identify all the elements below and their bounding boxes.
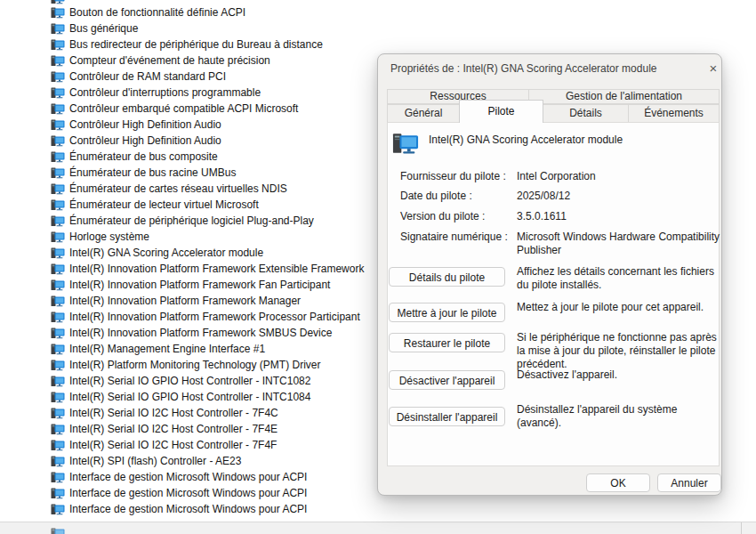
device-icon (51, 215, 65, 227)
device-name: Intel(R) GNA Scoring Accelerator module (429, 134, 623, 146)
device-icon (51, 0, 65, 4)
driver-details-button[interactable]: Détails du pilote (389, 267, 505, 287)
device-icon (51, 440, 65, 451)
device-list-item[interactable]: Bouton de fonctionnalité définie ACPI (51, 4, 513, 20)
device-icon (51, 504, 65, 515)
device-icon (51, 167, 65, 179)
device-label: Énumérateur de cartes réseau virtuelles … (69, 182, 287, 195)
device-icon (51, 295, 65, 307)
device-label: Intel(R) Serial IO I2C Host Controller -… (69, 439, 277, 451)
close-icon[interactable]: × (704, 60, 722, 77)
device-icon (51, 23, 65, 35)
uninstall-device-button[interactable]: Désinstaller l'appareil (389, 407, 505, 426)
field-value-digital-signer: Microsoft Windows Hardware Compatibility… (517, 231, 730, 257)
device-icon (51, 71, 65, 83)
device-icon (51, 247, 65, 259)
device-label: Intel(R) Innovation Platform Framework S… (69, 327, 332, 339)
device-icon (51, 456, 65, 467)
rollback-driver-button[interactable]: Restaurer le pilote (389, 333, 505, 352)
tab-general[interactable]: Général (387, 104, 460, 123)
field-value-driver-version: 3.5.0.1611 (517, 210, 730, 222)
tab-evenements[interactable]: Événements (628, 104, 720, 123)
device-icon (51, 408, 65, 419)
field-label-driver-date: Date du pilote : (400, 190, 472, 202)
tab-details[interactable]: Détails (543, 104, 629, 123)
device-label: Compteur d'événement de haute précision (69, 54, 270, 67)
ok-button[interactable]: OK (586, 473, 650, 492)
device-icon (51, 39, 65, 51)
device-icon (51, 328, 65, 339)
device-label: Intel(R) Platform Monitoring Technology … (69, 359, 321, 371)
device-icon (51, 103, 65, 115)
device-icon (51, 151, 65, 163)
device-icon (51, 263, 65, 275)
device-icon (51, 135, 65, 147)
device-list-item[interactable]: Interface de gestion Microsoft Windows p… (51, 501, 513, 517)
device-icon (51, 360, 65, 371)
field-label-driver-version: Version du pilote : (400, 210, 485, 222)
device-icon (51, 527, 65, 534)
device-label: Énumérateur de bus composite (69, 150, 218, 163)
dialog-title: Propriétés de : Intel(R) GNA Scoring Acc… (390, 54, 656, 83)
device-label: Intel(R) Innovation Platform Framework P… (69, 311, 360, 323)
device-icon (51, 376, 65, 387)
window-status-strip (0, 522, 756, 534)
device-label: Contrôleur High Definition Audio (69, 134, 221, 147)
device-label: Contrôleur High Definition Audio (69, 118, 221, 131)
device-label: Intel(R) Innovation Platform Framework F… (69, 279, 330, 291)
device-label: Bouton de fonctionnalité définie ACPI (69, 6, 245, 19)
device-icon (51, 392, 65, 403)
rollback-driver-description: Si le périphérique ne fonctionne pas apr… (517, 331, 723, 371)
device-label: Énumérateur de périphérique logiciel Plu… (69, 214, 314, 227)
device-icon (51, 199, 65, 211)
device-icon (51, 472, 65, 483)
device-icon (51, 279, 65, 291)
device-label: Intel(R) Innovation Platform Framework E… (69, 263, 364, 275)
device-icon (51, 87, 65, 99)
device-label: Contrôleur d'interruptions programmable (69, 86, 261, 99)
device-icon (51, 183, 65, 195)
update-driver-description: Mettez à jour le pilote pour cet apparei… (517, 301, 723, 314)
uninstall-device-description: Désinstallez l'appareil du système (avan… (517, 403, 723, 430)
disable-device-button[interactable]: Désactiver l'appareil (389, 370, 505, 390)
device-label: Intel(R) GNA Scoring Accelerator module (69, 247, 263, 259)
device-label: Intel(R) Management Engine Interface #1 (69, 343, 265, 355)
device-properties-dialog: Propriétés de : Intel(R) GNA Scoring Acc… (377, 53, 722, 496)
device-label: Interface de gestion Microsoft Windows p… (69, 487, 307, 499)
device-icon (51, 424, 65, 435)
device-icon (51, 55, 65, 67)
device-label: Interface de gestion Microsoft Windows p… (69, 471, 307, 483)
device-icon (51, 488, 65, 499)
device-icon (51, 231, 65, 243)
cancel-button[interactable]: Annuler (657, 473, 721, 492)
device-label: Interface de gestion Microsoft Windows p… (69, 503, 307, 515)
device-label: Intel(R) Innovation Platform Framework M… (69, 295, 301, 307)
device-icon (51, 312, 65, 323)
computer-device-icon (392, 133, 419, 155)
device-label: Intel(R) SPI (flash) Controller - AE23 (69, 455, 241, 467)
driver-details-description: Affichez les détails concernant les fich… (517, 265, 723, 292)
device-icon (51, 7, 65, 19)
tab-gestion-alimentation[interactable]: Gestion de l'alimentation (528, 89, 720, 104)
device-label: Bus générique (69, 22, 138, 35)
dialog-titlebar[interactable]: Propriétés de : Intel(R) GNA Scoring Acc… (378, 54, 721, 83)
disable-device-description: Désactivez l'appareil. (517, 368, 723, 382)
device-label: Contrôleur embarqué compatible ACPI Micr… (69, 102, 298, 115)
field-value-driver-provider: Intel Corporation (517, 170, 730, 182)
field-value-driver-date: 2025/08/12 (517, 190, 730, 202)
device-label: Horloge système (69, 231, 149, 243)
tab-pilote[interactable]: Pilote (459, 100, 543, 123)
update-driver-button[interactable]: Mettre à jour le pilote (389, 303, 505, 322)
device-label: Intel(R) Serial IO GPIO Host Controller … (69, 391, 310, 403)
device-label: Énumérateur de lecteur virtuel Microsoft (69, 198, 259, 211)
device-icon (51, 119, 65, 131)
strip-divider (741, 522, 742, 534)
field-label-driver-provider: Fournisseur du pilote : (400, 170, 506, 182)
device-label: Intel(R) Serial IO GPIO Host Controller … (69, 375, 310, 387)
device-label: Intel(R) Serial IO I2C Host Controller -… (69, 423, 277, 435)
device-label: Bus redirecteur de périphérique du Burea… (69, 38, 323, 51)
device-list-item[interactable]: Bus redirecteur de périphérique du Burea… (51, 36, 513, 53)
device-list-item[interactable]: Bus générique (51, 20, 513, 36)
device-label: Contrôleur de RAM standard PCI (69, 70, 226, 83)
field-label-digital-signer: Signataire numérique : (400, 231, 508, 243)
